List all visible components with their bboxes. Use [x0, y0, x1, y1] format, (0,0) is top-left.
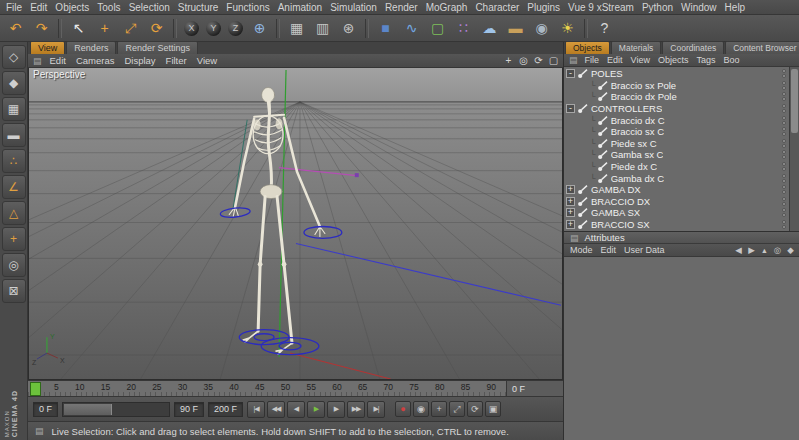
add-nurbs-icon[interactable]: ▢: [425, 17, 450, 40]
expand-toggle[interactable]: +: [566, 208, 575, 217]
menu-item[interactable]: Help: [721, 2, 750, 13]
render-settings-icon[interactable]: ⊛: [336, 17, 361, 40]
camera-label[interactable]: Perspective: [33, 69, 85, 80]
menu-item[interactable]: Window: [677, 2, 721, 13]
editor-visibility-dot[interactable]: [782, 185, 786, 189]
play-button[interactable]: ▶: [307, 401, 325, 418]
object-manager-menu-item[interactable]: Edit: [603, 55, 627, 65]
keyframe-parameter-button[interactable]: ▣: [485, 401, 501, 417]
history-back-icon[interactable]: ◀: [732, 245, 745, 255]
zoom-view-icon[interactable]: ◎: [516, 55, 531, 66]
menu-item[interactable]: Vue 9 xStream: [564, 2, 638, 13]
tree-row[interactable]: + └ BRACCIO DX: [564, 196, 789, 208]
editor-visibility-dot[interactable]: [782, 174, 786, 178]
toolbar-divider[interactable]: [173, 19, 177, 38]
timeline-ruler[interactable]: 051015202530354045505560657075808590 0 F: [28, 380, 563, 396]
editor-visibility-dot[interactable]: [782, 104, 786, 108]
render-visibility-dot[interactable]: [782, 121, 786, 125]
lock-z-icon[interactable]: Z: [225, 17, 246, 40]
workplane-mode-icon[interactable]: ▬: [2, 123, 26, 147]
viewport-menu-item[interactable]: Edit: [45, 55, 71, 66]
expand-toggle[interactable]: +: [566, 197, 575, 206]
viewport-menu-item[interactable]: Filter: [161, 55, 192, 66]
render-visibility-dot[interactable]: [782, 213, 786, 217]
menu-item[interactable]: Functions: [222, 2, 273, 13]
add-cube-icon[interactable]: ■: [373, 17, 398, 40]
snap-icon[interactable]: ◎: [2, 253, 26, 277]
live-selection-icon[interactable]: ↖: [66, 17, 91, 40]
manager-tab[interactable]: Materials: [611, 41, 661, 54]
tree-scrollbar-thumb[interactable]: [791, 69, 798, 133]
scale-tool-icon[interactable]: ⤢: [118, 17, 143, 40]
panel-grip-icon[interactable]: ▤: [30, 56, 45, 66]
toolbar-divider[interactable]: [276, 19, 280, 38]
model-mode-icon[interactable]: ◆: [2, 71, 26, 95]
total-frames-field[interactable]: 200 F: [208, 402, 243, 417]
object-manager-menu-item[interactable]: Objects: [654, 55, 693, 65]
lock-icon[interactable]: ◆: [784, 245, 797, 255]
add-array-icon[interactable]: ∷: [451, 17, 476, 40]
render-visibility-dot[interactable]: [782, 179, 786, 183]
undo-icon[interactable]: ↶: [3, 17, 28, 40]
render-visibility-dot[interactable]: [782, 155, 786, 159]
rotate-view-icon[interactable]: ⟳: [531, 55, 546, 66]
object-manager-menu-item[interactable]: Boo: [719, 55, 743, 65]
rotate-tool-icon[interactable]: ⟳: [144, 17, 169, 40]
keyframe-scale-button[interactable]: ⤢: [449, 401, 465, 417]
menu-item[interactable]: MoGraph: [422, 2, 472, 13]
object-manager-menu-item[interactable]: Tags: [692, 55, 719, 65]
range-slider-thumb[interactable]: [64, 404, 112, 415]
panel-grip-icon[interactable]: ▤: [566, 55, 581, 65]
editor-visibility-dot[interactable]: [782, 139, 786, 143]
pin-icon[interactable]: ▴: [758, 245, 771, 255]
expand-toggle[interactable]: +: [566, 185, 575, 194]
add-spline-icon[interactable]: ∿: [399, 17, 424, 40]
menu-item[interactable]: Structure: [174, 2, 223, 13]
history-forward-icon[interactable]: ▶: [745, 245, 758, 255]
panel-grip-icon[interactable]: ▤: [567, 233, 582, 243]
menu-item[interactable]: Tools: [93, 2, 124, 13]
menu-item[interactable]: Objects: [51, 2, 93, 13]
pan-view-icon[interactable]: +: [501, 55, 516, 66]
expand-toggle[interactable]: -: [566, 69, 575, 78]
menu-item[interactable]: Render: [381, 2, 422, 13]
editor-visibility-dot[interactable]: [782, 92, 786, 96]
tree-scrollbar[interactable]: [789, 67, 799, 231]
render-visibility-dot[interactable]: [782, 132, 786, 136]
editor-visibility-dot[interactable]: [782, 116, 786, 120]
tree-row[interactable]: └ Braccio dx C: [564, 114, 789, 126]
render-picture-viewer-icon[interactable]: ▥: [310, 17, 335, 40]
tree-row[interactable]: └ Piede dx C: [564, 161, 789, 173]
viewport-menu-item[interactable]: Cameras: [71, 55, 120, 66]
viewport-canvas[interactable]: Perspective: [28, 68, 563, 380]
tree-row[interactable]: └ Braccio dx Pole: [564, 91, 789, 103]
menu-item[interactable]: Edit: [26, 2, 51, 13]
editor-visibility-dot[interactable]: [782, 162, 786, 166]
prev-key-button[interactable]: ◀◀: [267, 401, 285, 418]
tree-row[interactable]: └ Gamba sx C: [564, 149, 789, 161]
tree-row[interactable]: + └ GAMBA SX: [564, 207, 789, 219]
render-visibility-dot[interactable]: [782, 144, 786, 148]
tree-row[interactable]: - └ POLES: [564, 68, 789, 80]
render-visibility-dot[interactable]: [782, 167, 786, 171]
toolbar-divider[interactable]: [365, 19, 369, 38]
editor-visibility-dot[interactable]: [782, 127, 786, 131]
editor-visibility-dot[interactable]: [782, 150, 786, 154]
move-tool-icon[interactable]: +: [92, 17, 117, 40]
object-manager-menu-item[interactable]: View: [627, 55, 654, 65]
lock-y-icon[interactable]: Y: [203, 17, 224, 40]
editor-visibility-dot[interactable]: [782, 197, 786, 201]
editor-visibility-dot[interactable]: [782, 220, 786, 224]
manager-tab[interactable]: Coordinates: [662, 41, 724, 54]
prev-frame-button[interactable]: ◀: [287, 401, 305, 418]
expand-toggle[interactable]: -: [566, 104, 575, 113]
attributes-menu-item[interactable]: Mode: [566, 245, 597, 255]
tree-row[interactable]: - └ CONTROLLERS: [564, 103, 789, 115]
menu-item[interactable]: Character: [471, 2, 523, 13]
toggle-view-icon[interactable]: ▢: [546, 55, 561, 66]
render-visibility-dot[interactable]: [782, 97, 786, 101]
attributes-menu-item[interactable]: User Data: [620, 245, 669, 255]
add-light-icon[interactable]: ☀: [555, 17, 580, 40]
coordinate-system-icon[interactable]: ⊕: [247, 17, 272, 40]
tree-row[interactable]: └ Gamba dx C: [564, 172, 789, 184]
